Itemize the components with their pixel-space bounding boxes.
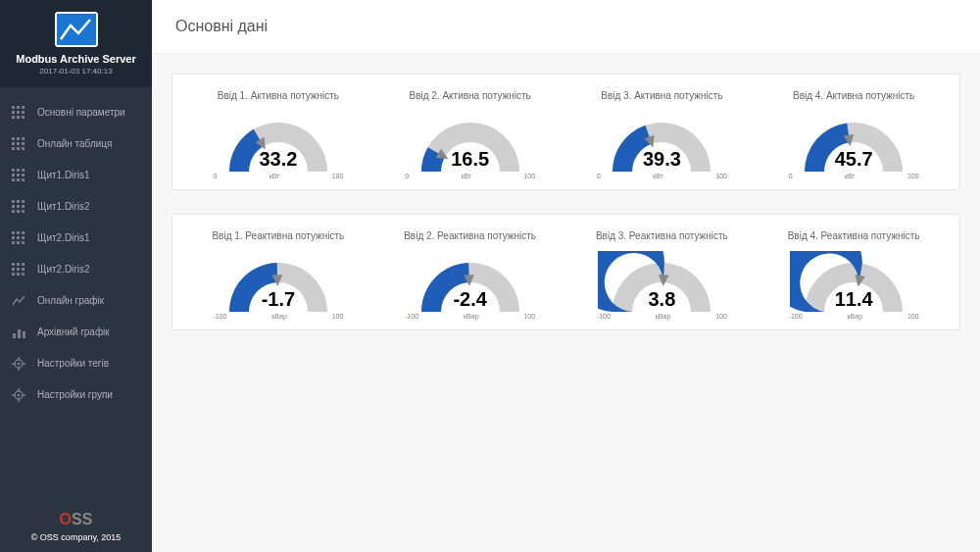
gauge-scale: -100кВар100: [571, 311, 753, 320]
sidebar-item-1[interactable]: Онлайн таблиця: [0, 128, 152, 160]
svg-rect-35: [12, 210, 15, 213]
gauge-value: 45.7: [763, 148, 945, 171]
svg-rect-33: [17, 205, 20, 208]
gauge-value: 16.5: [379, 148, 561, 171]
gauge-0-0: Ввід 1. Активна потужність 33.20кВт100: [187, 90, 368, 179]
svg-point-66: [18, 394, 21, 397]
gauge-value: 39.3: [571, 148, 753, 171]
gauge-scale: 0кВт100: [187, 171, 368, 179]
svg-rect-5: [12, 111, 15, 114]
sidebar-item-6[interactable]: Онлайн графік: [0, 285, 152, 317]
dashboard-content: Ввід 1. Активна потужність 33.20кВт100Вв…: [152, 54, 980, 374]
gauge-1-1: Ввід 2. Реактивна потужність -2.4-100кВа…: [379, 230, 561, 320]
gauge-title: Ввід 3. Активна потужність: [571, 90, 753, 101]
gauge-title: Ввід 1. Реактивна потужність: [187, 230, 368, 241]
gauge-0-3: Ввід 4. Активна потужність 45.70кВт100: [763, 90, 945, 179]
svg-point-60: [18, 363, 21, 366]
svg-rect-47: [12, 263, 15, 266]
gauge-title: Ввід 2. Реактивна потужність: [379, 230, 561, 241]
sidebar-item-label: Щит1.Diris2: [37, 201, 89, 213]
svg-rect-41: [12, 236, 15, 239]
svg-rect-7: [22, 111, 24, 114]
svg-rect-57: [18, 329, 21, 338]
gauge-0-1: Ввід 2. Активна потужність 16.50кВт100: [379, 90, 561, 179]
sidebar-item-label: Основні параметри: [37, 107, 125, 119]
grid-icon: [12, 169, 25, 182]
sidebar-item-label: Настройки тегів: [37, 358, 109, 370]
footer-logo: OSS: [12, 511, 140, 528]
svg-rect-38: [12, 231, 15, 234]
gauge-1-3: Ввід 4. Реактивна потужність 11.4-100кВа…: [763, 230, 945, 320]
svg-rect-28: [22, 178, 24, 181]
gauge-value: 11.4: [763, 288, 945, 311]
svg-rect-39: [17, 231, 20, 234]
svg-rect-29: [12, 200, 15, 203]
sidebar-item-5[interactable]: Щит2.Diris2: [0, 254, 152, 285]
svg-rect-2: [12, 106, 15, 109]
gauge-value: -2.4: [379, 288, 561, 311]
svg-rect-46: [22, 241, 24, 244]
svg-rect-32: [12, 205, 15, 208]
svg-rect-54: [17, 273, 20, 276]
sidebar-item-3[interactable]: Щит1.Diris2: [0, 191, 152, 223]
sidebar-item-8[interactable]: Настройки тегів: [0, 348, 152, 379]
gauge-scale: -100кВар100: [379, 311, 561, 320]
svg-rect-34: [22, 205, 24, 208]
svg-rect-1: [57, 14, 96, 45]
line-icon: [12, 294, 25, 308]
svg-rect-53: [12, 273, 15, 276]
svg-rect-10: [22, 116, 24, 119]
svg-rect-15: [17, 142, 20, 145]
svg-rect-36: [17, 210, 20, 213]
svg-rect-58: [23, 331, 25, 338]
gauge-title: Ввід 4. Реактивна потужність: [763, 230, 945, 241]
svg-rect-27: [17, 178, 20, 181]
svg-rect-24: [17, 174, 20, 176]
gauge-0-2: Ввід 3. Активна потужність 39.30кВт100: [571, 90, 753, 179]
sidebar-item-9[interactable]: Настройки групи: [0, 379, 152, 411]
svg-rect-22: [22, 169, 24, 172]
gear-icon: [12, 357, 25, 371]
sidebar-item-label: Щит1.Diris1: [37, 170, 89, 181]
svg-rect-48: [17, 263, 20, 266]
page-title: Основні дані: [152, 0, 980, 54]
svg-rect-45: [17, 241, 20, 244]
sidebar-item-2[interactable]: Щит1.Diris1: [0, 160, 152, 191]
sidebar-item-label: Щит2.Diris1: [37, 232, 89, 244]
svg-rect-21: [17, 169, 20, 172]
svg-rect-52: [22, 268, 24, 271]
sidebar-item-label: Настройки групи: [37, 389, 113, 401]
svg-rect-16: [22, 142, 24, 145]
gauge-scale: 0кВт100: [379, 171, 561, 179]
svg-rect-19: [22, 147, 24, 150]
sidebar-item-7[interactable]: Архівний графік: [0, 317, 152, 348]
svg-rect-49: [22, 263, 24, 266]
sidebar-item-label: Онлайн графік: [37, 295, 104, 307]
logo-area: Modbus Archive Server 2017-01-03 17:40:1…: [0, 0, 152, 87]
gauge-title: Ввід 3. Реактивна потужність: [571, 230, 753, 241]
gauge-title: Ввід 1. Активна потужність: [187, 90, 368, 101]
app-logo-icon: [55, 12, 98, 47]
svg-rect-17: [12, 147, 15, 150]
svg-rect-9: [17, 116, 20, 119]
svg-rect-4: [22, 106, 24, 109]
grid-icon: [12, 231, 25, 245]
svg-rect-31: [22, 200, 24, 203]
sidebar-item-4[interactable]: Щит2.Diris1: [0, 223, 152, 254]
svg-rect-3: [17, 106, 20, 109]
footer-copyright: © OSS company, 2015: [12, 532, 140, 542]
svg-rect-11: [12, 137, 15, 140]
svg-rect-14: [12, 142, 15, 145]
gauge-1-2: Ввід 3. Реактивна потужність 3.8-100кВар…: [571, 230, 753, 320]
svg-rect-37: [22, 210, 24, 213]
gauge-scale: 0кВт100: [571, 171, 753, 179]
gauge-value: -1.7: [187, 288, 368, 311]
nav-menu: Основні параметриОнлайн таблицяЩит1.Diri…: [0, 87, 152, 503]
gauge-title: Ввід 2. Активна потужність: [379, 90, 561, 101]
sidebar-item-0[interactable]: Основні параметри: [0, 97, 152, 128]
gauge-value: 3.8: [571, 288, 753, 311]
grid-icon: [12, 200, 25, 214]
footer: OSS © OSS company, 2015: [0, 503, 152, 552]
svg-rect-43: [22, 236, 24, 239]
gauge-value: 33.2: [187, 148, 368, 171]
